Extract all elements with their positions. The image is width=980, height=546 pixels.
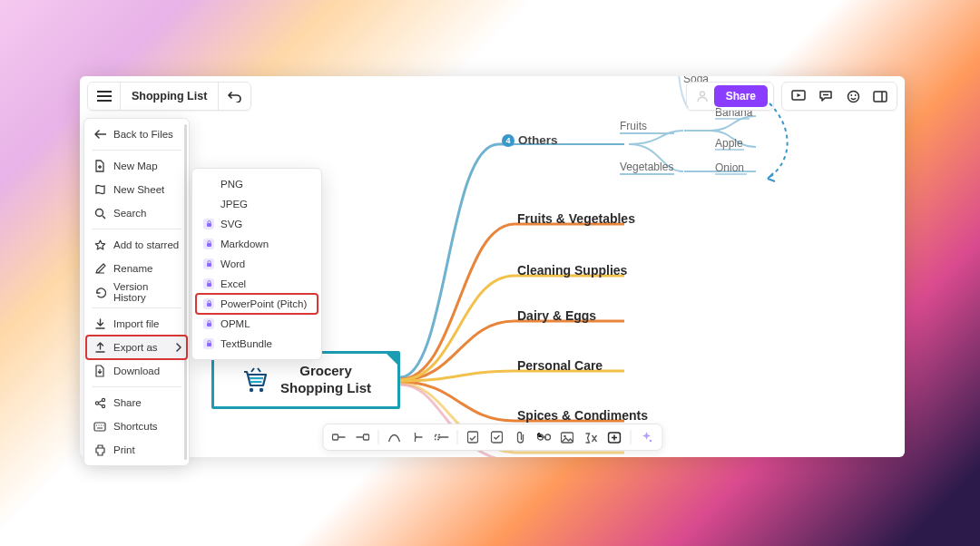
tool-task-icon[interactable] bbox=[485, 427, 507, 447]
share-pill: Share bbox=[686, 82, 774, 111]
leaf-onion[interactable]: Onion bbox=[715, 161, 744, 174]
export-icon bbox=[93, 341, 106, 354]
history-icon bbox=[93, 286, 106, 298]
search-icon bbox=[93, 207, 106, 219]
print-icon bbox=[93, 444, 106, 456]
import-icon bbox=[93, 317, 106, 330]
menu-add-starred[interactable]: Add to starred bbox=[86, 233, 187, 257]
sub-fruits[interactable]: Fruits bbox=[620, 120, 647, 132]
svg-point-23 bbox=[102, 398, 104, 401]
menu-back[interactable]: Back to Files bbox=[86, 122, 187, 146]
export-jpeg[interactable]: JPEG bbox=[196, 194, 318, 214]
menu-shortcuts[interactable]: Shortcuts bbox=[86, 414, 187, 438]
share-nodes-icon bbox=[93, 396, 106, 409]
svg-point-20 bbox=[649, 440, 652, 443]
comment-icon[interactable] bbox=[815, 85, 837, 107]
export-powerpoint[interactable]: PowerPoint (Pitch) bbox=[196, 294, 318, 314]
menu-share[interactable]: Share bbox=[86, 391, 187, 414]
export-opml[interactable]: OPML bbox=[196, 314, 318, 334]
svg-rect-9 bbox=[874, 92, 887, 102]
avatar-icon bbox=[696, 90, 709, 102]
svg-rect-0 bbox=[250, 377, 263, 379]
svg-rect-10 bbox=[332, 434, 338, 440]
menu-rename[interactable]: Rename bbox=[86, 257, 187, 280]
branch-personal[interactable]: Personal Care bbox=[517, 358, 603, 373]
branch-cleaning[interactable]: Cleaning Supplies bbox=[517, 263, 627, 278]
panel-icon[interactable] bbox=[869, 85, 891, 107]
tool-image-icon[interactable] bbox=[556, 427, 578, 447]
menu-search[interactable]: Search bbox=[86, 201, 187, 225]
tool-boundary-icon[interactable] bbox=[430, 427, 452, 447]
menu-download[interactable]: Download bbox=[86, 359, 187, 383]
lock-icon bbox=[203, 278, 214, 289]
chevron-right-icon bbox=[175, 343, 181, 352]
svg-point-6 bbox=[848, 91, 858, 102]
tool-subtopic-right-icon[interactable] bbox=[351, 427, 373, 447]
svg-point-3 bbox=[260, 388, 263, 392]
file-plus-icon bbox=[93, 160, 106, 172]
svg-rect-25 bbox=[94, 423, 105, 431]
svg-rect-14 bbox=[491, 432, 502, 443]
tool-insert-icon[interactable] bbox=[603, 427, 625, 447]
menu-import[interactable]: Import file bbox=[86, 312, 187, 336]
svg-point-4 bbox=[700, 92, 704, 96]
svg-point-18 bbox=[564, 434, 566, 437]
export-svg[interactable]: SVG bbox=[196, 214, 318, 234]
svg-rect-28 bbox=[207, 263, 211, 267]
svg-rect-13 bbox=[468, 432, 478, 443]
svg-point-8 bbox=[854, 94, 856, 96]
main-menu: Back to Files New Map New Sheet Search A… bbox=[83, 118, 190, 466]
menu-export[interactable]: Export as bbox=[86, 336, 187, 359]
branch-others[interactable]: 4Others bbox=[502, 133, 558, 147]
tool-relationship-icon[interactable] bbox=[383, 427, 405, 447]
export-word[interactable]: Word bbox=[196, 254, 318, 274]
tool-note-icon[interactable] bbox=[462, 427, 484, 447]
export-textbundle[interactable]: TextBundle bbox=[196, 334, 318, 354]
emoji-icon[interactable] bbox=[842, 85, 864, 107]
menu-toggle[interactable] bbox=[88, 82, 121, 111]
menu-new-sheet[interactable]: New Sheet bbox=[86, 178, 187, 201]
menu-new-map[interactable]: New Map bbox=[86, 154, 187, 178]
export-png[interactable]: PNG bbox=[196, 174, 318, 194]
svg-rect-27 bbox=[207, 243, 211, 247]
undo-button[interactable] bbox=[218, 82, 250, 111]
tool-summary-icon[interactable] bbox=[407, 427, 428, 447]
svg-rect-1 bbox=[250, 381, 262, 383]
menu-version-history[interactable]: Version History bbox=[86, 280, 187, 304]
leaf-apple[interactable]: Apple bbox=[715, 137, 743, 150]
fold-corner-icon bbox=[386, 353, 398, 366]
sheet-icon bbox=[93, 183, 106, 196]
root-title: Grocery Shopping List bbox=[280, 363, 371, 397]
tool-link-icon[interactable] bbox=[533, 427, 554, 447]
svg-rect-30 bbox=[207, 303, 211, 307]
tool-attach-icon[interactable] bbox=[509, 427, 531, 447]
document-title[interactable]: Shopping List bbox=[121, 90, 218, 102]
branch-fruits-veg[interactable]: Fruits & Vegetables bbox=[517, 211, 635, 226]
right-icon-pill bbox=[781, 82, 897, 111]
menu-print[interactable]: Print bbox=[86, 438, 187, 462]
export-submenu: PNG JPEG SVG Markdown Word Excel PowerPo… bbox=[191, 168, 322, 360]
lock-icon bbox=[203, 239, 214, 249]
svg-point-2 bbox=[250, 388, 253, 392]
svg-rect-32 bbox=[207, 343, 211, 346]
present-icon[interactable] bbox=[788, 85, 809, 107]
arrow-left-icon bbox=[93, 128, 106, 141]
title-pill: Shopping List bbox=[87, 82, 251, 111]
svg-point-21 bbox=[95, 209, 103, 216]
tool-ai-icon[interactable] bbox=[635, 427, 657, 447]
svg-rect-26 bbox=[207, 223, 211, 227]
tool-subtopic-left-icon[interactable] bbox=[328, 427, 349, 447]
export-excel[interactable]: Excel bbox=[196, 274, 318, 294]
cart-icon bbox=[240, 366, 271, 394]
topbar: Shopping List Share bbox=[80, 76, 905, 116]
export-markdown[interactable]: Markdown bbox=[196, 234, 318, 254]
svg-point-24 bbox=[102, 405, 104, 407]
download-icon bbox=[93, 365, 106, 377]
branch-spices[interactable]: Spices & Condiments bbox=[517, 408, 648, 423]
tool-equation-icon[interactable] bbox=[580, 427, 602, 447]
branch-dairy[interactable]: Dairy & Eggs bbox=[517, 308, 596, 323]
share-button[interactable]: Share bbox=[714, 85, 768, 107]
sub-vegetables[interactable]: Vegetables bbox=[620, 161, 673, 173]
keyboard-icon bbox=[93, 420, 106, 433]
svg-rect-29 bbox=[207, 283, 211, 287]
